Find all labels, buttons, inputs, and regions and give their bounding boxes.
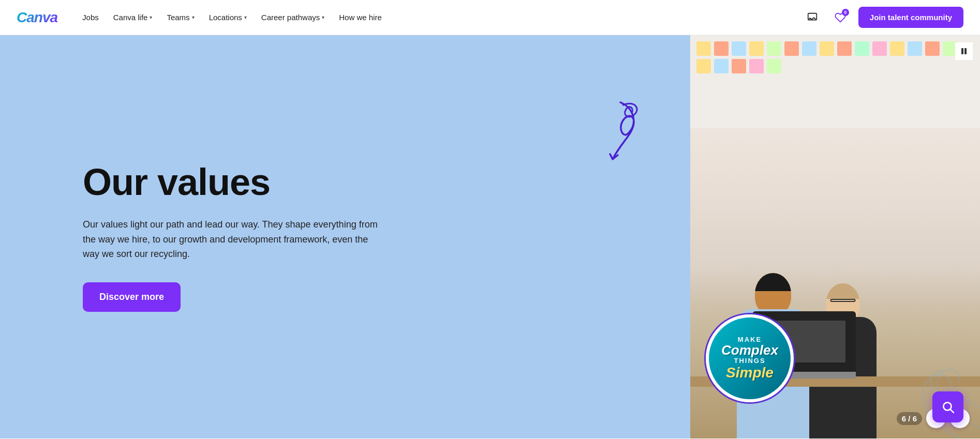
sticker-badge: MAKE Complex THINGS Simple: [706, 314, 794, 402]
chevron-down-icon: ▾: [322, 14, 324, 20]
sticky-note: [749, 41, 764, 56]
nav-locations[interactable]: Locations ▾: [203, 9, 253, 26]
sticky-note: [855, 41, 869, 56]
chevron-down-icon: ▾: [192, 14, 195, 20]
hero-description: Our values light our path and lead our w…: [83, 217, 383, 262]
nav-career-pathways[interactable]: Career pathways ▾: [255, 9, 331, 26]
search-icon: [941, 400, 955, 414]
chevron-down-icon: ▾: [150, 14, 152, 20]
nav-how-we-hire[interactable]: How we hire: [333, 9, 388, 26]
sticky-note: [749, 59, 764, 73]
svg-rect-1: [961, 48, 963, 54]
svg-line-4: [951, 410, 954, 413]
favorites-badge: 0: [842, 9, 849, 16]
sticky-note: [732, 59, 746, 73]
favorites-button[interactable]: 0: [830, 8, 850, 27]
discover-more-button[interactable]: Discover more: [83, 282, 181, 312]
nav-teams[interactable]: Teams ▾: [160, 9, 200, 26]
search-fab-button[interactable]: [932, 391, 963, 422]
navbar-actions: 0 Join talent community: [803, 7, 963, 28]
sticky-note: [696, 59, 711, 73]
sticky-note: [820, 41, 834, 56]
chat-icon: [807, 12, 818, 23]
chevron-down-icon: ▾: [244, 14, 247, 20]
chat-button[interactable]: [803, 8, 822, 27]
pause-button[interactable]: [955, 42, 973, 60]
carousel-counter: 6 / 6: [897, 412, 922, 425]
nav-canva-life[interactable]: Canva life ▾: [107, 9, 159, 26]
hero-content: Our values Our values light our path and…: [0, 35, 690, 438]
nav-jobs[interactable]: Jobs: [76, 9, 105, 26]
sticky-note: [732, 41, 746, 56]
sticky-note: [925, 41, 940, 56]
hero-section: Our values Our values light our path and…: [0, 35, 980, 438]
hero-title: Our values: [83, 162, 659, 203]
sticker-complex: Complex: [721, 343, 778, 357]
arrow-doodle: [592, 97, 649, 180]
brand-name: Canva: [17, 9, 57, 25]
sticky-notes-wall: [690, 35, 980, 128]
svg-rect-2: [964, 48, 967, 54]
pause-icon: [960, 47, 968, 55]
sticky-note: [784, 41, 799, 56]
nav-links: Jobs Canva life ▾ Teams ▾ Locations ▾ Ca…: [76, 9, 803, 26]
navbar: Canva Jobs Canva life ▾ Teams ▾ Location…: [0, 0, 980, 35]
sticky-note: [714, 59, 729, 73]
sticker-simple: Simple: [726, 365, 774, 381]
sticky-note: [837, 41, 852, 56]
sticky-note: [802, 41, 816, 56]
sticker-things: THINGS: [734, 357, 765, 365]
join-talent-community-button[interactable]: Join talent community: [858, 7, 963, 28]
sticker-overlay: MAKE Complex THINGS Simple: [706, 314, 799, 407]
sticky-note: [696, 41, 711, 56]
sticky-note: [714, 41, 729, 56]
sticky-note: [872, 41, 887, 56]
sticky-note: [767, 59, 781, 73]
sticky-note: [908, 41, 922, 56]
sticky-note: [890, 41, 904, 56]
logo[interactable]: Canva: [17, 9, 57, 26]
sticky-note: [767, 41, 781, 56]
